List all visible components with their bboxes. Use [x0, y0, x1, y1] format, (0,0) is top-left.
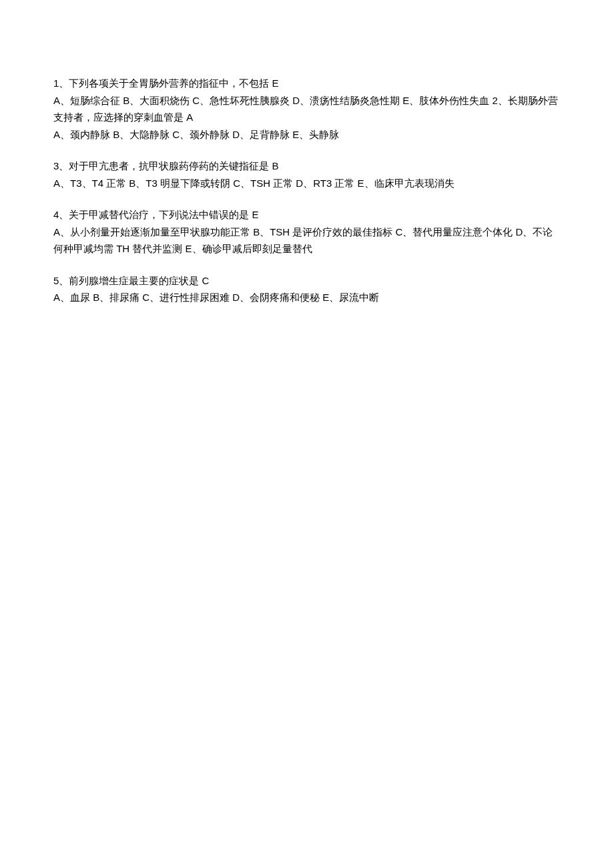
question-options: A、T3、T4 正常 B、T3 明显下降或转阴 C、TSH 正常 D、RT3 正…	[53, 175, 561, 192]
question-options: A、血尿 B、排尿痛 C、进行性排尿困难 D、会阴疼痛和便秘 E、尿流中断	[53, 289, 561, 306]
question-options: A、短肠综合征 B、大面积烧伤 C、急性坏死性胰腺炎 D、溃疡性结肠炎急性期 E…	[53, 92, 561, 126]
question-stem: 5、前列腺增生症最主要的症状是 C	[53, 272, 561, 290]
question-stem: 3、对于甲亢患者，抗甲状腺药停药的关键指征是 B	[53, 157, 561, 175]
question-block-5: 5、前列腺增生症最主要的症状是 C A、血尿 B、排尿痛 C、进行性排尿困难 D…	[53, 272, 561, 306]
question-options: A、颈内静脉 B、大隐静脉 C、颈外静脉 D、足背静脉 E、头静脉	[53, 126, 561, 143]
question-block-4: 4、关于甲减替代治疗，下列说法中错误的是 E A、从小剂量开始逐渐加量至甲状腺功…	[53, 206, 561, 258]
question-stem: 1、下列各项关于全胃肠外营养的指征中，不包括 E	[53, 75, 561, 92]
question-stem: 4、关于甲减替代治疗，下列说法中错误的是 E	[53, 206, 561, 224]
document-page: 1、下列各项关于全胃肠外营养的指征中，不包括 E A、短肠综合征 B、大面积烧伤…	[0, 0, 614, 868]
question-block-3: 3、对于甲亢患者，抗甲状腺药停药的关键指征是 B A、T3、T4 正常 B、T3…	[53, 157, 561, 191]
question-options: A、从小剂量开始逐渐加量至甲状腺功能正常 B、TSH 是评价疗效的最佳指标 C、…	[53, 224, 561, 258]
question-block-1: 1、下列各项关于全胃肠外营养的指征中，不包括 E A、短肠综合征 B、大面积烧伤…	[53, 75, 561, 143]
